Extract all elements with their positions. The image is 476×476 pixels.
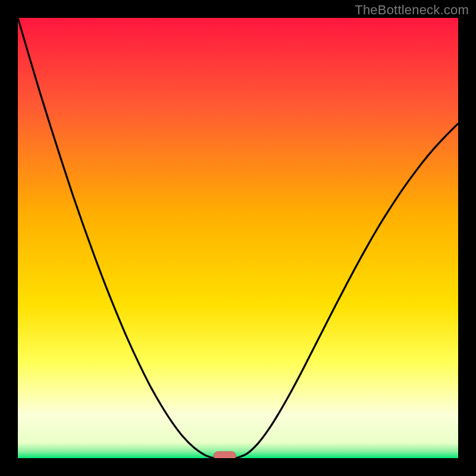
plot-svg — [18, 18, 458, 458]
plot-area — [18, 18, 458, 458]
optimum-marker — [214, 452, 236, 458]
watermark-text: TheBottleneck.com — [355, 2, 469, 18]
gradient-background — [18, 18, 458, 458]
chart-frame: TheBottleneck.com — [0, 0, 476, 476]
